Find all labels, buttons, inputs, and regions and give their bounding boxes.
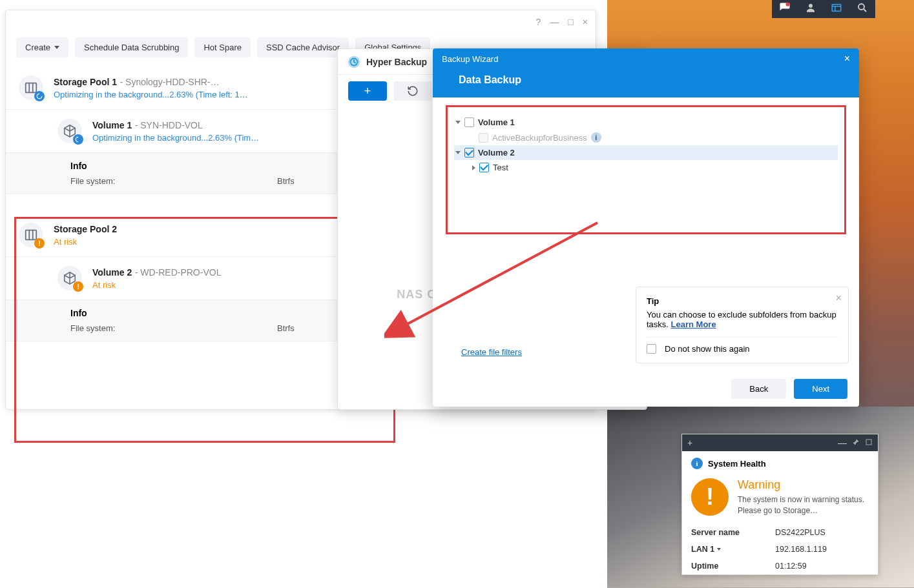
tip-body: You can choose to exclude subfolders fro… <box>647 310 838 329</box>
checkbox-disabled <box>479 133 488 143</box>
sync-badge-icon <box>34 91 45 101</box>
folder-tree: Volume 1 ActiveBackupforBusiness i Volum… <box>446 105 846 234</box>
tree-item-volume-2[interactable]: Volume 2 <box>454 145 838 160</box>
schedule-scrubbing-button[interactable]: Schedule Data Scrubbing <box>75 37 188 57</box>
storage-pool-icon <box>19 76 43 100</box>
backup-wizard-modal: Backup Wizard × Data Backup Volume 1 Act… <box>433 48 859 407</box>
dashboard-icon[interactable] <box>831 2 842 16</box>
svg-rect-16 <box>866 440 871 445</box>
warning-title: Warning <box>738 478 869 492</box>
warning-badge-icon: ! <box>34 238 45 248</box>
user-icon[interactable] <box>805 2 816 16</box>
expand-icon[interactable] <box>865 438 873 448</box>
sync-badge-icon <box>73 134 83 145</box>
svg-point-1 <box>809 4 813 8</box>
system-health-widget: + — i System Health ! Warning The system… <box>681 434 878 575</box>
server-name-value: DS2422PLUS <box>775 528 826 537</box>
close-icon[interactable]: × <box>844 53 850 65</box>
wizard-footer: Back Next <box>433 371 859 407</box>
tip-close-icon[interactable]: × <box>836 292 842 304</box>
restore-button[interactable] <box>393 81 432 101</box>
uptime-row: Uptime01:12:59 <box>682 558 878 574</box>
uptime-value: 01:12:59 <box>775 562 807 571</box>
close-icon[interactable]: × <box>583 17 588 27</box>
svg-point-5 <box>858 4 864 10</box>
create-file-filters-link[interactable]: Create file filters <box>461 347 522 357</box>
widget-title: System Health <box>708 459 766 469</box>
server-name-row: Server nameDS2422PLUS <box>682 524 878 541</box>
checkbox-checked[interactable] <box>464 148 474 157</box>
tree-label: Test <box>493 163 508 172</box>
tree-label: Volume 1 <box>478 117 515 127</box>
volume-status: At risk <box>92 280 312 290</box>
svg-point-0 <box>786 3 790 6</box>
pool-desc: - Synology-HDD-SHR-… <box>119 77 219 87</box>
volume-name: Volume 2 <box>92 267 132 278</box>
volume-icon: ! <box>57 266 82 290</box>
minimize-icon[interactable]: — <box>550 17 559 27</box>
create-button[interactable]: Create <box>16 37 68 57</box>
notification-icon[interactable] <box>779 2 791 16</box>
lan-value: 192.168.1.119 <box>775 545 827 554</box>
tip-title: Tip <box>647 296 838 306</box>
widget-header: i System Health <box>682 451 878 476</box>
hyper-backup-icon <box>347 55 361 69</box>
checkbox-checked[interactable] <box>479 163 489 172</box>
warning-badge-icon: ! <box>73 281 83 292</box>
warning-section: ! Warning The system is now in warning s… <box>682 476 878 524</box>
add-task-button[interactable]: + <box>348 81 387 101</box>
wizard-body: Volume 1 ActiveBackupforBusiness i Volum… <box>433 97 859 371</box>
wizard-subtitle: Data Backup <box>433 69 859 97</box>
info-icon: i <box>691 458 703 469</box>
warning-icon: ! <box>691 478 729 516</box>
help-icon[interactable]: ? <box>536 17 541 27</box>
hyper-backup-title: Hyper Backup <box>366 57 427 67</box>
expand-icon[interactable] <box>472 165 475 170</box>
checkbox[interactable] <box>647 344 656 354</box>
system-tray <box>772 0 875 18</box>
pool-name: Storage Pool 2 <box>54 224 117 234</box>
window-titlebar: ? — □ × <box>6 10 596 34</box>
svg-rect-10 <box>26 230 37 240</box>
expand-icon[interactable] <box>455 121 461 124</box>
volume-icon <box>57 119 82 143</box>
widget-titlebar: + — <box>682 434 878 451</box>
checkbox[interactable] <box>464 117 474 127</box>
volume-desc: - WD-RED-PRO-VOL <box>135 267 222 278</box>
search-icon[interactable] <box>857 2 868 16</box>
tree-item-volume-1[interactable]: Volume 1 <box>454 115 838 130</box>
warning-text: The system is now in warning status. Ple… <box>738 494 869 516</box>
svg-line-6 <box>864 9 866 12</box>
tree-item-abb[interactable]: ActiveBackupforBusiness i <box>454 130 838 145</box>
svg-rect-2 <box>832 5 841 12</box>
tree-item-test[interactable]: Test <box>454 160 838 175</box>
learn-more-link[interactable]: Learn More <box>671 319 716 329</box>
back-button[interactable]: Back <box>731 379 786 399</box>
chevron-down-icon <box>717 548 721 551</box>
volume-desc: - SYN-HDD-VOL <box>135 120 203 130</box>
tip-panel: × Tip You can choose to exclude subfolde… <box>636 287 849 363</box>
next-button[interactable]: Next <box>794 379 847 399</box>
pool-status: Optimizing in the background...2.63% (Ti… <box>54 90 273 99</box>
do-not-show-label: Do not show this again <box>665 344 750 354</box>
storage-pool-icon: ! <box>19 223 43 247</box>
filesystem-label: File system: <box>70 323 277 333</box>
pool-name: Storage Pool 1 <box>54 77 117 87</box>
maximize-icon[interactable]: □ <box>568 17 573 27</box>
chevron-down-icon <box>54 46 59 49</box>
hot-spare-button[interactable]: Hot Spare <box>194 37 251 57</box>
tree-label: Volume 2 <box>478 148 515 157</box>
minimize-icon[interactable]: — <box>838 438 847 448</box>
wizard-titlebar: Backup Wizard × <box>433 48 859 69</box>
volume-status: Optimizing in the background...2.63% (Ti… <box>92 133 312 143</box>
pin-icon[interactable] <box>852 438 860 448</box>
volume-name: Volume 1 <box>92 120 132 130</box>
info-icon[interactable]: i <box>591 132 601 143</box>
filesystem-value: Btrfs <box>277 176 295 186</box>
add-widget-icon[interactable]: + <box>687 438 692 448</box>
filesystem-value: Btrfs <box>277 323 295 333</box>
expand-icon[interactable] <box>455 151 461 154</box>
lan-row[interactable]: LAN 1192.168.1.119 <box>682 541 878 558</box>
ssd-cache-button[interactable]: SSD Cache Advisor <box>257 37 349 57</box>
filesystem-label: File system: <box>70 176 277 186</box>
